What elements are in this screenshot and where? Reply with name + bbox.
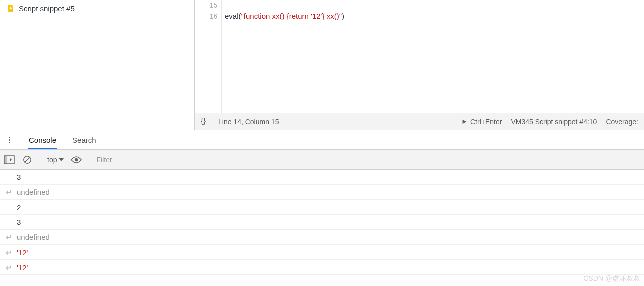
drawer-tabs: ConsoleSearch (0, 130, 644, 150)
code-editor[interactable]: 1516 eval("function xx() {return '12'} x… (195, 0, 644, 113)
console-row: 2 (0, 200, 644, 215)
svg-line-4 (25, 157, 30, 162)
show-sidebar-icon[interactable] (4, 154, 15, 165)
console-row: 3 (0, 215, 644, 230)
coverage-label: Coverage: (606, 118, 638, 126)
editor-panel: 1516 eval("function xx() {return '12'} x… (195, 0, 644, 130)
tab-search[interactable]: Search (71, 131, 97, 149)
console-value: 3 (16, 173, 21, 181)
console-toolbar: top (0, 150, 644, 170)
console-row: undefined (0, 185, 644, 200)
line-gutter: 1516 (195, 0, 222, 113)
watermark: CSDN @虚坏叔叔 (583, 274, 640, 283)
run-hint[interactable]: Ctrl+Enter (461, 118, 502, 126)
editor-statusbar: {} Line 14, Column 15 Ctrl+Enter VM345 S… (195, 113, 644, 130)
return-arrow-icon (4, 249, 13, 256)
more-tabs-icon[interactable] (5, 137, 14, 143)
console-row: undefined (0, 230, 644, 245)
tab-console[interactable]: Console (28, 131, 57, 149)
toolbar-divider (89, 154, 89, 165)
svg-text:{}: {} (201, 116, 206, 125)
snippet-file-icon (7, 4, 15, 12)
snippet-sidebar: Script snippet #5 (0, 0, 195, 130)
chevron-down-icon (59, 158, 64, 161)
console-row: '12' (0, 260, 644, 275)
live-expression-icon[interactable] (71, 154, 82, 165)
toolbar-divider (40, 154, 40, 165)
console-output: 3undefined23undefined'12''12' (0, 170, 644, 275)
return-arrow-icon (4, 189, 13, 195)
svg-rect-2 (4, 156, 7, 164)
code-content: eval("function xx() {return '12'} xx()") (222, 0, 344, 113)
clear-console-icon[interactable] (22, 154, 33, 165)
context-selector[interactable]: top (47, 156, 64, 164)
return-arrow-icon (4, 264, 13, 271)
filter-input[interactable] (96, 153, 640, 167)
source-link[interactable]: VM345 Script snippet #4:10 (511, 118, 597, 126)
cursor-position: Line 14, Column 15 (218, 118, 279, 126)
snippet-file-label: Script snippet #5 (19, 4, 75, 13)
console-row: '12' (0, 245, 644, 260)
snippet-file-item[interactable]: Script snippet #5 (0, 2, 194, 15)
console-value: undefined (16, 188, 50, 196)
svg-point-5 (75, 158, 78, 161)
return-arrow-icon (4, 234, 13, 240)
console-value: 3 (16, 218, 21, 226)
pretty-print-icon[interactable]: {} (201, 116, 210, 127)
console-value: '12' (16, 248, 28, 257)
console-value: '12' (16, 263, 28, 272)
console-row: 3 (0, 170, 644, 185)
console-value: undefined (16, 233, 50, 241)
console-value: 2 (16, 203, 21, 212)
